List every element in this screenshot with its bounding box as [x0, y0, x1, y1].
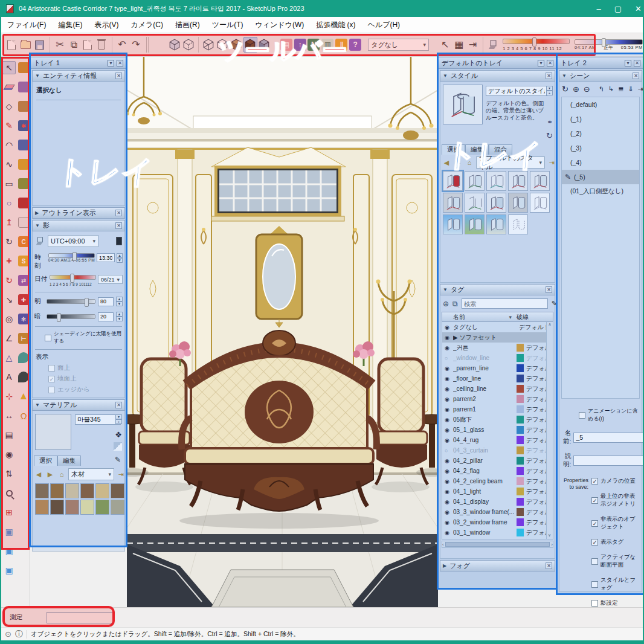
two-point-arc-tool[interactable]: ◠ — [2, 138, 16, 152]
tags-header[interactable]: ▼ タグ ✕ — [440, 284, 555, 295]
save-shadow-settings-checkbox[interactable] — [591, 600, 598, 607]
shadow-detail-icon[interactable] — [116, 237, 122, 245]
forward-arrow-icon[interactable]: ▶ — [453, 159, 463, 167]
save-camera-checkbox[interactable]: ✓ — [591, 478, 598, 485]
close-icon[interactable]: ✕ — [546, 562, 552, 569]
dimensions-tool[interactable]: ↔ — [2, 409, 16, 422]
style-thumb[interactable] — [465, 171, 485, 191]
protractor-tool[interactable]: △ — [2, 351, 16, 364]
style-name-input[interactable] — [486, 86, 547, 96]
home-icon[interactable]: ⌂ — [57, 471, 66, 478]
circle-tool[interactable]: ○ — [2, 196, 16, 210]
style-thumb[interactable] — [486, 193, 506, 213]
shadow-toggle-icon[interactable] — [35, 236, 45, 246]
style-thumb[interactable] — [508, 193, 528, 213]
detail-arrow-icon[interactable]: ⇥ — [116, 471, 126, 478]
material-swatch[interactable] — [35, 500, 49, 515]
chest-component-tool[interactable] — [17, 61, 30, 74]
time-slider[interactable]: 04:30 AM正午06:55 PM — [48, 253, 95, 263]
material-swatch[interactable] — [80, 483, 94, 498]
crate-component-tool[interactable] — [17, 100, 30, 113]
style-collection-dropdown[interactable]: デフォルトのスタイル▾ — [476, 156, 545, 169]
on-ground-checkbox[interactable]: ✓ — [48, 376, 55, 382]
axes-tool[interactable]: ⊹ — [2, 390, 16, 403]
time-spinner[interactable]: ▲▼ — [117, 253, 123, 263]
look-around-tool[interactable]: ◉ — [2, 448, 16, 461]
use-sun-checkbox[interactable] — [45, 335, 51, 341]
maximize-button[interactable]: ▢ — [614, 4, 622, 13]
close-icon[interactable]: ✕ — [115, 402, 122, 408]
scroll-c-tool[interactable]: C — [17, 235, 30, 248]
upload-extension-button[interactable]: ↑ — [293, 37, 307, 53]
rotate-tool[interactable]: ↻ — [2, 274, 16, 287]
style-thumb[interactable] — [486, 171, 506, 191]
book-yellow-tool[interactable] — [17, 158, 30, 171]
text-tool[interactable]: A — [2, 370, 16, 384]
select-cursor-button[interactable]: ↖ — [438, 37, 452, 53]
nature-render-button[interactable]: N — [307, 37, 321, 53]
utc-dropdown[interactable]: UTC+09:00▾ — [48, 235, 98, 247]
on-faces-checkbox[interactable] — [48, 365, 55, 372]
eraser-tool[interactable] — [2, 80, 16, 94]
follow-me-tool[interactable]: ↻ — [2, 235, 16, 248]
save-button[interactable] — [33, 37, 47, 53]
detail-arrow-icon[interactable]: ⇥ — [547, 159, 556, 167]
rectangle-tool[interactable]: ▭ — [2, 177, 16, 190]
tags-horizontal-scrollbar[interactable]: ‹› — [442, 541, 553, 548]
save-section-planes-checkbox[interactable] — [591, 558, 598, 565]
close-icon[interactable]: ✕ — [115, 222, 122, 229]
time-value-input[interactable] — [97, 253, 115, 262]
cabinet-component-tool[interactable] — [17, 80, 30, 94]
move-scene-up-icon[interactable]: ↰ — [599, 85, 604, 93]
back-arrow-icon[interactable]: ◀ — [34, 471, 43, 478]
select-tool[interactable]: ↖ — [2, 61, 16, 74]
style-thumb[interactable] — [465, 193, 485, 213]
cut-button[interactable]: ✂ — [53, 37, 67, 53]
dark-spinner[interactable]: ▲▼ — [116, 312, 123, 321]
style-thumb[interactable] — [508, 214, 528, 234]
material-swatch[interactable] — [111, 483, 124, 498]
layout-pages-button[interactable]: ▤ — [279, 37, 293, 53]
close-icon[interactable]: ✕ — [546, 72, 552, 79]
tray2-header[interactable]: トレイ 2 ▾ ✕ — [558, 57, 643, 69]
material-swatch[interactable] — [35, 483, 49, 498]
shadows-header[interactable]: ▼ 影 ✕ — [32, 220, 125, 231]
close-button[interactable]: ✕ — [635, 4, 642, 13]
pencil-icon[interactable]: ✎ — [552, 300, 557, 308]
style-thumb[interactable] — [486, 214, 506, 234]
outliner-b-tool[interactable]: ▣ — [2, 544, 16, 558]
scroll-s-tool[interactable]: S — [17, 254, 30, 268]
measurement-input[interactable] — [47, 612, 113, 623]
save-style-fog-checkbox[interactable] — [591, 581, 598, 588]
geolocation-icon[interactable]: ⊙ — [5, 630, 11, 639]
panel-green-button[interactable]: ▥ — [321, 37, 335, 53]
default-tray-header[interactable]: デフォルトのトレイ ▾ ✕ — [439, 57, 556, 69]
paste-button[interactable] — [81, 37, 95, 53]
close-icon[interactable]: ✕ — [547, 60, 553, 66]
menu-extensions[interactable]: 拡張機能 (x) — [316, 20, 355, 30]
help-extension-button[interactable]: ? — [349, 37, 362, 53]
include-animation-checkbox[interactable] — [579, 412, 585, 419]
zoom-extents-tool[interactable]: ⊞ — [2, 506, 16, 519]
tag-table-button[interactable]: ▦ — [452, 37, 466, 53]
shaded-textures-style-button[interactable] — [243, 37, 257, 53]
style-thumb[interactable] — [443, 171, 463, 191]
material-swatch[interactable] — [50, 483, 64, 498]
light-spinner[interactable]: ▲▼ — [116, 297, 123, 306]
book-blue-tool[interactable] — [17, 138, 30, 152]
style-thumb[interactable] — [530, 193, 550, 213]
link-icon[interactable]: ⚭ — [547, 118, 553, 126]
move-tool[interactable]: + — [2, 254, 16, 268]
material-collection-dropdown[interactable]: 木材▾ — [68, 468, 114, 480]
close-icon[interactable]: ✕ — [633, 72, 639, 79]
pencil-tool[interactable]: ✎ — [2, 119, 16, 132]
open-file-button[interactable] — [19, 37, 33, 53]
scene-list[interactable]: (_default) (_1) (_2) (_3) (_4) ✎(_5) (01… — [561, 97, 640, 399]
style-thumb[interactable] — [443, 193, 463, 213]
menu-help[interactable]: ヘルプ(H) — [368, 20, 401, 30]
delete-button[interactable] — [95, 37, 109, 53]
tags-vertical-scrollbar[interactable]: ∧∨ — [546, 322, 553, 539]
wireframe-style-button[interactable] — [202, 37, 216, 53]
detail-arrow-icon[interactable]: ⇥ — [638, 85, 643, 93]
shadow-date-slider[interactable]: 1 2 3 4 5 6 7 8 9 10 11 12 — [503, 39, 570, 51]
